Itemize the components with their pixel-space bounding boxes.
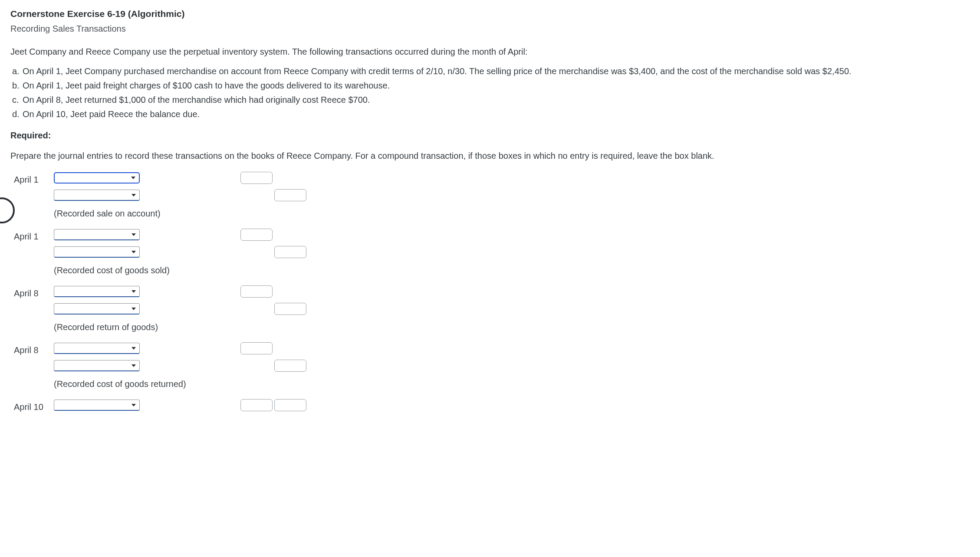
chevron-down-icon [132, 233, 136, 236]
journal-entry: April 1(Recorded cost of goods sold) [14, 229, 970, 277]
entry-memo: (Recorded sale on account) [54, 207, 970, 220]
entry-date: April 8 [14, 344, 54, 357]
amount-input-debit[interactable] [240, 399, 273, 411]
transaction-item-label: b. [12, 79, 23, 92]
transaction-item: c.On April 8, Jeet returned $1,000 of th… [12, 93, 970, 107]
entry-date: April 10 [14, 400, 54, 414]
chevron-down-icon [132, 194, 136, 197]
journal-row-credit [14, 303, 970, 319]
account-select-debit[interactable] [54, 286, 140, 297]
amount-input-credit[interactable] [274, 303, 306, 315]
amount-input-debit[interactable] [240, 229, 273, 241]
amount-input-credit[interactable] [274, 399, 306, 411]
journal-entry: April 8(Recorded return of goods) [14, 286, 970, 334]
entry-memo: (Recorded cost of goods sold) [54, 264, 970, 277]
amount-input-debit[interactable] [240, 172, 273, 184]
journal-entry: April 1(Recorded sale on account) [14, 172, 970, 220]
journal-row-credit [14, 190, 970, 205]
journal-row-debit: April 8 [14, 286, 970, 301]
account-select-credit[interactable] [54, 360, 140, 371]
instructions-text: Prepare the journal entries to record th… [10, 149, 970, 163]
page-edge-decoration [0, 197, 15, 223]
exercise-subtitle: Recording Sales Transactions [10, 22, 970, 36]
journal-entry: April 8(Recorded cost of goods returned) [14, 343, 970, 391]
problem-intro: Jeet Company and Reece Company use the p… [10, 45, 970, 59]
exercise-title: Cornerstone Exercise 6-19 (Algorithmic) [10, 7, 970, 21]
required-heading: Required: [10, 129, 970, 142]
transaction-item-label: a. [12, 65, 23, 78]
entry-date: April 8 [14, 287, 54, 300]
amount-input-debit[interactable] [240, 285, 273, 298]
journal-row-debit: April 8 [14, 343, 970, 358]
journal-row-debit: April 10 [14, 400, 970, 415]
account-select-debit[interactable] [54, 172, 140, 183]
transaction-item-text: On April 1, Jeet Company purchased merch… [23, 65, 970, 78]
chevron-down-icon [132, 404, 136, 406]
chevron-down-icon [132, 364, 136, 367]
transaction-item-label: d. [12, 108, 23, 121]
transaction-item: b.On April 1, Jeet paid freight charges … [12, 79, 970, 92]
account-select-credit[interactable] [54, 190, 140, 201]
account-select-debit[interactable] [54, 400, 140, 411]
journal-row-credit [14, 360, 970, 376]
entry-date: April 1 [14, 230, 54, 243]
account-select-credit[interactable] [54, 303, 140, 315]
transaction-item-text: On April 10, Jeet paid Reece the balance… [23, 108, 970, 121]
amount-input-credit[interactable] [274, 189, 306, 201]
journal-entry: April 10 [14, 400, 970, 415]
account-select-debit[interactable] [54, 229, 140, 240]
account-select-debit[interactable] [54, 343, 140, 354]
chevron-down-icon [131, 177, 135, 179]
account-select-credit[interactable] [54, 246, 140, 258]
journal-entries: April 1(Recorded sale on account)April 1… [14, 172, 970, 415]
chevron-down-icon [132, 251, 136, 253]
transaction-item-text: On April 1, Jeet paid freight charges of… [23, 79, 970, 92]
entry-memo: (Recorded cost of goods returned) [54, 377, 970, 391]
entry-memo: (Recorded return of goods) [54, 321, 970, 334]
journal-row-debit: April 1 [14, 172, 970, 188]
chevron-down-icon [132, 308, 136, 310]
amount-input-credit[interactable] [274, 360, 306, 372]
transaction-item: a.On April 1, Jeet Company purchased mer… [12, 65, 970, 78]
entry-date: April 1 [14, 173, 54, 187]
transaction-list: a.On April 1, Jeet Company purchased mer… [12, 65, 970, 121]
journal-row-debit: April 1 [14, 229, 970, 245]
chevron-down-icon [132, 347, 136, 350]
transaction-item-label: c. [12, 93, 23, 107]
transaction-item-text: On April 8, Jeet returned $1,000 of the … [23, 93, 970, 107]
journal-row-credit [14, 246, 970, 262]
chevron-down-icon [132, 290, 136, 293]
transaction-item: d.On April 10, Jeet paid Reece the balan… [12, 108, 970, 121]
amount-input-credit[interactable] [274, 246, 306, 258]
amount-input-debit[interactable] [240, 342, 273, 354]
